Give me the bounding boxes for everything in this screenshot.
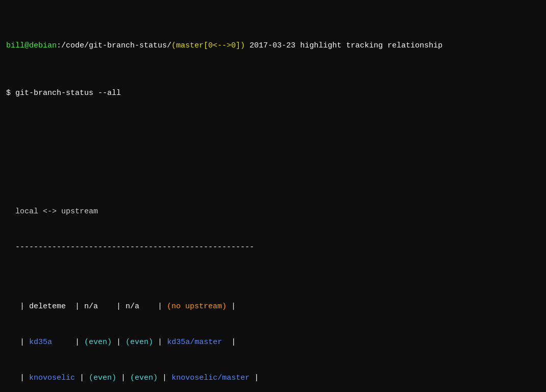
upstream-row-kd35a: | kd35a | (even) | (even) | kd35a/master… — [6, 336, 540, 348]
upstream-row-knovoselic: | knovoselic | (even) | (even) | knovose… — [6, 372, 540, 384]
terminal: bill@debian:/code/git-branch-status/(mas… — [6, 4, 540, 392]
spacer1 — [6, 146, 540, 158]
prompt-line1: bill@debian:/code/git-branch-status/(mas… — [6, 40, 540, 52]
user-host: bill@debian — [6, 41, 57, 50]
date-cmd: 2017-03-23 highlight tracking relationsh… — [245, 41, 442, 50]
upstream-row-deleteme: | deleteme | n/a | n/a | (no upstream) | — [6, 301, 540, 312]
upstream-div1: ----------------------------------------… — [6, 241, 540, 253]
shell-cmd: $ git-branch-status --all — [6, 89, 121, 97]
branch-info: (master[0<-->0]) — [171, 41, 245, 50]
upstream-header: local <-> upstream — [6, 206, 540, 217]
prompt-line2: $ git-branch-status --all — [6, 87, 540, 99]
path: :/code/git-branch-status/ — [57, 41, 171, 50]
